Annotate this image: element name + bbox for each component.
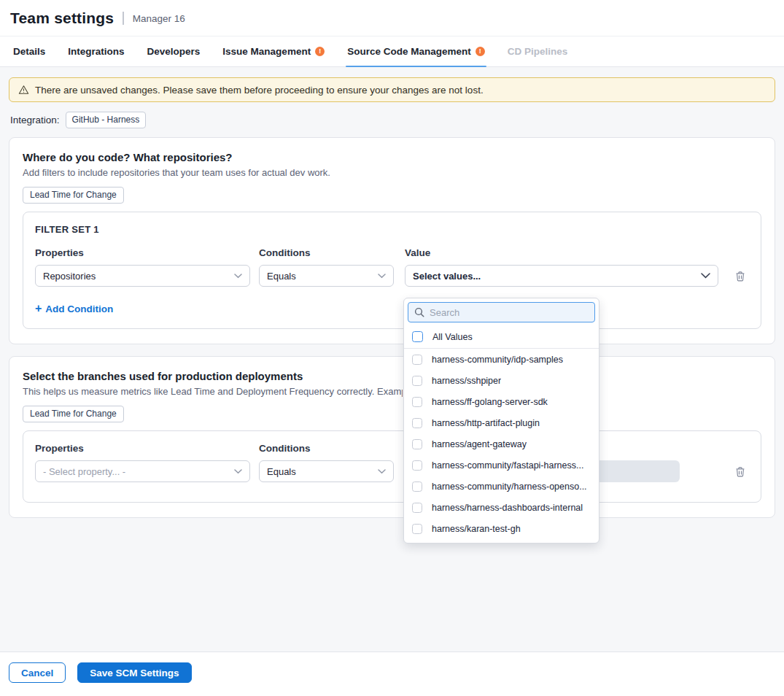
page-subtitle: Manager 16: [133, 13, 185, 24]
dropdown-search-wrap: [404, 298, 599, 325]
lead-time-tag: Lead Time for Change: [23, 187, 124, 204]
column-labels: Properties Conditions Value: [35, 247, 749, 258]
add-condition-button[interactable]: + Add Condition: [35, 303, 113, 314]
warning-badge-icon: !: [476, 47, 485, 56]
repo-option[interactable]: harness/http-artifact-plugin: [404, 412, 599, 433]
repo-option[interactable]: harness-community/fastapi-harness...: [404, 455, 599, 476]
properties-label: Properties: [35, 443, 250, 454]
checkbox[interactable]: [412, 524, 422, 534]
tab-bar: Details Integrations Developers Issue Ma…: [0, 36, 784, 67]
properties-label: Properties: [35, 247, 250, 258]
filter-row: Repositories Equals Select values...: [35, 265, 749, 287]
tab-cd-pipelines: CD Pipelines: [508, 36, 568, 66]
tab-developers[interactable]: Developers: [147, 36, 201, 66]
filter-row: - Select property... - Equals: [35, 460, 749, 482]
repo-option[interactable]: harness-community/harness-openso...: [404, 476, 599, 497]
all-values-checkbox[interactable]: [412, 331, 423, 342]
repo-option[interactable]: harness/karan-test-gh: [404, 518, 599, 539]
banner-text: There are unsaved changes. Please save t…: [35, 85, 484, 96]
save-scm-settings-button[interactable]: Save SCM Settings: [77, 662, 191, 683]
tab-source-code-management[interactable]: Source Code Management !: [347, 36, 485, 66]
warning-triangle-icon: [18, 85, 29, 95]
integration-label: Integration:: [10, 115, 60, 125]
branches-card-subtitle: This helps us measure metrics like Lead …: [23, 386, 403, 397]
repo-option-clipped[interactable]: harness/...: [404, 539, 599, 544]
checkbox[interactable]: [412, 460, 422, 471]
property-select[interactable]: - Select property... -: [35, 460, 250, 482]
delete-filter-button[interactable]: [733, 464, 748, 479]
cancel-button[interactable]: Cancel: [9, 662, 66, 683]
repo-option[interactable]: harness/agent-gateway: [404, 433, 599, 455]
delete-filter-button[interactable]: [733, 268, 748, 283]
content-area: There are unsaved changes. Please save t…: [0, 67, 784, 651]
condition-select[interactable]: Equals: [259, 460, 394, 482]
tab-integrations[interactable]: Integrations: [68, 36, 124, 66]
chevron-down-icon: [234, 469, 242, 474]
repositories-card: Where do you code? What repositories? Ad…: [9, 137, 775, 344]
dropdown-search-input[interactable]: [430, 307, 589, 318]
integration-row: Integration: GitHub - Harness: [10, 112, 774, 128]
branches-card: Select the branches used for production …: [9, 356, 775, 518]
value-multiselect[interactable]: Select values...: [405, 265, 718, 287]
repositories-card-title: Where do you code? What repositories?: [23, 151, 761, 163]
dropdown-search-box: [408, 302, 595, 322]
checkbox[interactable]: [412, 376, 422, 386]
plus-icon: +: [35, 303, 42, 314]
trash-icon: [735, 271, 745, 282]
checkbox[interactable]: [412, 355, 422, 365]
all-values-option[interactable]: All Values: [404, 325, 599, 349]
page-title: Team settings: [10, 9, 114, 27]
checkbox[interactable]: [412, 418, 422, 428]
property-select[interactable]: Repositories: [35, 265, 250, 287]
repo-option[interactable]: harness/ff-golang-server-sdk: [404, 391, 599, 412]
checkbox[interactable]: [412, 482, 422, 492]
unsaved-changes-banner: There are unsaved changes. Please save t…: [9, 77, 775, 102]
checkbox[interactable]: [412, 439, 422, 449]
repo-option[interactable]: harness-community/idp-samples: [404, 349, 599, 370]
footer-action-bar: Cancel Save SCM Settings: [0, 651, 784, 693]
conditions-label: Conditions: [259, 443, 394, 454]
column-labels: Properties Conditions: [35, 443, 749, 454]
repositories-card-subtitle: Add filters to include repositories that…: [23, 167, 761, 178]
lead-time-tag: Lead Time for Change: [23, 406, 124, 422]
repo-option[interactable]: harness/harness-dashboards-internal: [404, 497, 599, 518]
search-icon: [414, 307, 424, 317]
checkbox[interactable]: [412, 397, 422, 407]
branches-filter-set: Properties Conditions - Select property.…: [23, 430, 761, 503]
title-divider: [123, 12, 124, 25]
trash-icon: [735, 466, 745, 477]
team-settings-page: Team settings Manager 16 Details Integra…: [0, 0, 784, 696]
chevron-down-icon: [378, 274, 386, 279]
filter-set-title: FILTER SET 1: [35, 224, 749, 235]
repo-option[interactable]: harness/sshpiper: [404, 370, 599, 391]
warning-badge-icon: !: [315, 47, 325, 56]
branches-card-title: Select the branches used for production …: [23, 370, 761, 382]
page-header: Team settings Manager 16: [0, 0, 784, 36]
chevron-down-icon: [701, 273, 710, 279]
condition-select[interactable]: Equals: [259, 265, 394, 287]
tab-issue-management[interactable]: Issue Management !: [222, 36, 325, 66]
chevron-down-icon: [234, 274, 242, 279]
value-label: Value: [405, 247, 430, 258]
filter-set-1: FILTER SET 1 Properties Conditions Value…: [23, 212, 761, 329]
integration-chip[interactable]: GitHub - Harness: [66, 112, 147, 128]
chevron-down-icon: [378, 469, 386, 474]
tab-details[interactable]: Details: [13, 36, 45, 66]
conditions-label: Conditions: [259, 247, 394, 258]
checkbox[interactable]: [412, 503, 422, 513]
value-dropdown-panel: All Values harness-community/idp-samples…: [403, 298, 599, 544]
